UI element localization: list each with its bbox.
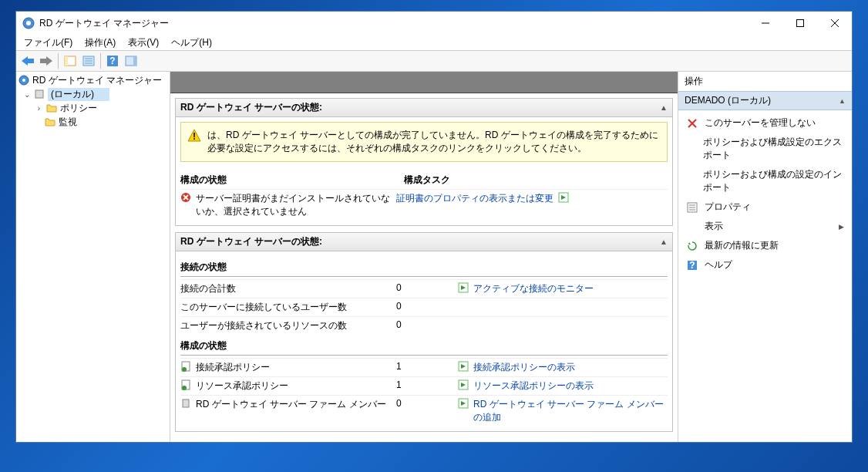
window-title: RD ゲートウェイ マネージャー (39, 17, 748, 30)
action-label: プロパティ (705, 201, 751, 214)
panel-header: RD ゲートウェイ サーバーの状態: ▲ (176, 233, 672, 251)
go-icon (458, 398, 469, 411)
chevron-right-icon: ▶ (839, 223, 844, 231)
collapse-icon[interactable]: ▲ (660, 238, 668, 246)
refresh-icon (686, 240, 698, 252)
menu-view[interactable]: 表示(V) (125, 35, 162, 51)
cap-value: 1 (396, 361, 402, 372)
policy-icon (180, 379, 191, 393)
svg-point-35 (182, 386, 187, 390)
config-status-head: 構成の状態 (180, 335, 668, 356)
svg-marker-6 (22, 56, 34, 66)
svg-point-31 (182, 367, 187, 372)
expand-icon[interactable]: › (35, 104, 43, 113)
users-connected-label: このサーバーに接続しているユーザー数 (180, 301, 347, 314)
action-properties[interactable]: プロパティ (678, 197, 852, 217)
rap-link[interactable]: リソース承認ポリシーの表示 (473, 379, 594, 393)
separator (100, 53, 101, 69)
farm-label: RD ゲートウェイ サーバー ファーム メンバー (196, 398, 386, 411)
svg-text:!: ! (193, 131, 196, 142)
tree-monitor[interactable]: 監視 (18, 115, 168, 129)
collapse-icon[interactable]: ▲ (839, 97, 846, 105)
server-icon (33, 88, 45, 100)
panel-title: RD ゲートウェイ サーバーの状態: (180, 235, 322, 248)
go-icon (458, 282, 469, 295)
total-connections-label: 接続の合計数 (180, 282, 236, 295)
close-button[interactable] (817, 12, 852, 35)
rdgateway-icon (18, 74, 30, 86)
cap-label: 接続承認ポリシー (196, 361, 270, 374)
menu-file[interactable]: ファイル(F) (21, 35, 76, 51)
svg-text:?: ? (689, 260, 695, 271)
center-header (170, 72, 678, 93)
center-pane: RD ゲートウェイ サーバーの状態: ▲ ! は、RD ゲートウェイ サーバーと… (170, 72, 678, 442)
expand-icon[interactable]: ⌄ (22, 90, 31, 99)
actions-header-label: DEMADO (ローカル) (685, 94, 771, 107)
svg-marker-7 (40, 56, 52, 66)
server-farm-icon (180, 398, 191, 411)
menu-action[interactable]: 操作(A) (82, 35, 119, 51)
back-button[interactable] (19, 52, 36, 69)
action-refresh[interactable]: 最新の情報に更新 (678, 236, 852, 255)
action-no-manage[interactable]: このサーバーを管理しない (678, 113, 852, 133)
total-connections-value: 0 (396, 282, 402, 293)
folder-icon (44, 116, 56, 128)
toolbar: ? (16, 50, 852, 72)
actions-header[interactable]: DEMADO (ローカル) ▲ (678, 91, 852, 110)
warning-text: は、RD ゲートウェイ サーバーとしての構成が完了していません。RD ゲートウェ… (207, 129, 661, 155)
minimize-button[interactable] (748, 12, 782, 35)
maximize-button[interactable] (782, 12, 817, 35)
action-label: ポリシーおよび構成設定のエクスポート (703, 136, 844, 162)
svg-text:?: ? (109, 56, 115, 66)
warning-icon: ! (187, 129, 201, 145)
svg-point-19 (22, 79, 25, 82)
help-button[interactable]: ? (104, 52, 121, 69)
warning-box: ! は、RD ゲートウェイ サーバーとしての構成が完了していません。RD ゲート… (180, 122, 668, 162)
app-window: RD ゲートウェイ マネージャー ファイル(F) 操作(A) 表示(V) ヘルプ… (15, 11, 853, 443)
tree-root[interactable]: RD ゲートウェイ マネージャー (18, 73, 168, 87)
titlebar: RD ゲートウェイ マネージャー (16, 12, 852, 35)
svg-rect-38 (183, 400, 189, 407)
go-icon (458, 379, 469, 393)
properties-icon (686, 201, 698, 214)
go-icon (458, 361, 469, 374)
action-export[interactable]: ポリシーおよび構成設定のエクスポート (678, 133, 852, 165)
action-help[interactable]: ? ヘルプ (678, 255, 852, 275)
action-import[interactable]: ポリシーおよび構成の設定のインポート (678, 165, 852, 197)
action-label: 表示 (705, 220, 833, 233)
actions-pane: 操作 DEMADO (ローカル) ▲ このサーバーを管理しない ポリシーおよび構… (678, 72, 852, 442)
rap-label: リソース承認ポリシー (196, 379, 288, 393)
svg-point-1 (26, 21, 31, 25)
show-hide-tree-button[interactable] (62, 52, 79, 69)
tree-monitor-label: 監視 (59, 116, 77, 129)
monitor-connections-link[interactable]: アクティブな接続のモニター (473, 282, 594, 295)
menu-help[interactable]: ヘルプ(H) (168, 35, 215, 51)
cert-task-link[interactable]: 証明書のプロパティの表示または変更 (396, 192, 553, 205)
collapse-icon[interactable]: ▲ (660, 103, 668, 112)
tree-local[interactable]: ⌄ (ローカル) (18, 87, 168, 101)
rap-value: 1 (396, 379, 402, 390)
separator (58, 53, 59, 69)
svg-marker-47 (688, 242, 691, 244)
body: RD ゲートウェイ マネージャー ⌄ (ローカル) › ポリシー 監視 (16, 72, 852, 442)
properties-button[interactable] (80, 52, 97, 69)
actions-title: 操作 (678, 72, 852, 91)
status-panel-1: RD ゲートウェイ サーバーの状態: ▲ ! は、RD ゲートウェイ サーバーと… (175, 98, 673, 226)
resources-connected-value: 0 (396, 319, 402, 330)
app-icon (22, 17, 35, 29)
svg-rect-20 (35, 90, 43, 98)
panel-title: RD ゲートウェイ サーバーの状態: (180, 101, 322, 114)
tree-policy[interactable]: › ポリシー (18, 101, 168, 115)
svg-rect-17 (133, 56, 136, 66)
cap-link[interactable]: 接続承認ポリシーの表示 (473, 361, 575, 374)
tree-pane: RD ゲートウェイ マネージャー ⌄ (ローカル) › ポリシー 監視 (16, 72, 170, 442)
go-icon (558, 192, 569, 205)
panel-header: RD ゲートウェイ サーバーの状態: ▲ (176, 99, 672, 117)
farm-link[interactable]: RD ゲートウェイ サーバー ファーム メンバーの追加 (473, 398, 668, 424)
svg-rect-9 (65, 56, 68, 66)
action-pane-button[interactable] (123, 52, 140, 69)
action-view[interactable]: 表示 ▶ (678, 217, 852, 236)
tree-policy-label: ポリシー (60, 102, 97, 115)
connection-status-head: 接続の状態 (180, 256, 668, 277)
forward-button[interactable] (38, 52, 55, 69)
